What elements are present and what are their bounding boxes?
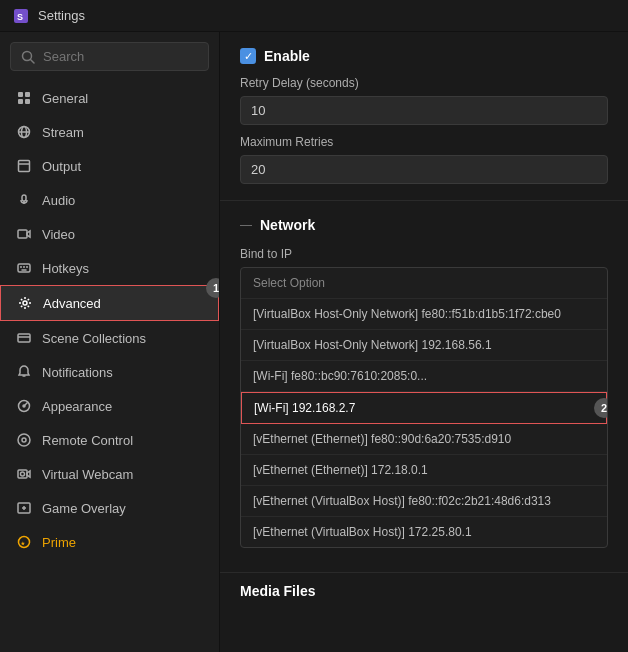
sidebar-item-label: Video [42, 227, 75, 242]
sidebar-item-label: General [42, 91, 88, 106]
dropdown-option-select[interactable]: Select Option [241, 268, 607, 299]
overlay-icon [16, 500, 32, 516]
content-area: Enable Retry Delay (seconds) Maximum Ret… [220, 32, 628, 652]
prime-icon: ⭑ [16, 534, 32, 550]
svg-rect-28 [18, 470, 27, 478]
svg-point-27 [22, 438, 26, 442]
sidebar-item-label: Hotkeys [42, 261, 89, 276]
media-files-section: Media Files [220, 572, 628, 603]
svg-point-29 [21, 472, 25, 476]
bind-ip-dropdown[interactable]: Select Option [VirtualBox Host-Only Netw… [240, 267, 608, 548]
svg-text:S: S [17, 12, 23, 22]
network-header: — Network [240, 217, 608, 233]
network-section: — Network Bind to IP Select Option [Virt… [220, 201, 628, 564]
svg-rect-4 [18, 92, 23, 97]
svg-rect-5 [25, 92, 30, 97]
svg-rect-22 [18, 334, 30, 342]
sidebar-item-stream[interactable]: Stream [0, 115, 219, 149]
max-retries-input[interactable] [240, 155, 608, 184]
sidebar-item-label: Stream [42, 125, 84, 140]
retry-delay-label: Retry Delay (seconds) [240, 76, 608, 90]
sidebar-item-game-overlay[interactable]: Game Overlay [0, 491, 219, 525]
dropdown-option-vbox-fe80[interactable]: [VirtualBox Host-Only Network] fe80::f51… [241, 299, 607, 330]
app-icon: S [12, 7, 30, 25]
sidebar-item-label: Remote Control [42, 433, 133, 448]
sidebar-item-label: Audio [42, 193, 75, 208]
titlebar-title: Settings [38, 8, 85, 23]
max-retries-label: Maximum Retries [240, 135, 608, 149]
sidebar-item-label: Game Overlay [42, 501, 126, 516]
titlebar: S Settings [0, 0, 628, 32]
appearance-icon [16, 398, 32, 414]
sidebar-item-remote-control[interactable]: Remote Control [0, 423, 219, 457]
search-input[interactable] [43, 49, 198, 64]
search-icon [21, 50, 35, 64]
globe-icon [16, 124, 32, 140]
svg-rect-6 [18, 99, 23, 104]
bell-icon [16, 364, 32, 380]
bind-ip-label: Bind to IP [240, 247, 608, 261]
dropdown-option-vethernet-vbox-172[interactable]: [vEthernet (VirtualBox Host)] 172.25.80.… [241, 517, 607, 547]
svg-text:⭑: ⭑ [20, 539, 26, 548]
svg-rect-15 [18, 230, 27, 238]
enable-row[interactable]: Enable [240, 48, 608, 64]
badge-1: 1 [206, 278, 220, 298]
webcam-icon [16, 466, 32, 482]
sidebar-item-prime[interactable]: ⭑ Prime [0, 525, 219, 559]
sidebar-item-label: Prime [42, 535, 76, 550]
sidebar-item-label: Scene Collections [42, 331, 146, 346]
sidebar-item-label: Output [42, 159, 81, 174]
dropdown-option-vbox-192[interactable]: [VirtualBox Host-Only Network] 192.168.5… [241, 330, 607, 361]
sidebar-item-scene-collections[interactable]: Scene Collections [0, 321, 219, 355]
video-icon [16, 226, 32, 242]
gear-icon [17, 295, 33, 311]
sidebar-item-label: Appearance [42, 399, 112, 414]
sidebar-item-appearance[interactable]: Appearance [0, 389, 219, 423]
svg-rect-13 [22, 195, 26, 201]
sidebar-item-notifications[interactable]: Notifications [0, 355, 219, 389]
sidebar-item-audio[interactable]: Audio [0, 183, 219, 217]
sidebar-item-label: Advanced [43, 296, 101, 311]
dropdown-option-wifi-192[interactable]: [Wi-Fi] 192.168.2.7 2 [241, 392, 607, 424]
svg-rect-11 [19, 161, 30, 172]
sidebar-item-general[interactable]: General [0, 81, 219, 115]
sidebar-item-advanced[interactable]: Advanced 1 [0, 285, 219, 321]
enable-label: Enable [264, 48, 310, 64]
box-icon [16, 158, 32, 174]
sidebar-item-video[interactable]: Video [0, 217, 219, 251]
collection-icon [16, 330, 32, 346]
collapse-icon[interactable]: — [240, 218, 252, 232]
sidebar-item-label: Virtual Webcam [42, 467, 133, 482]
svg-line-3 [31, 59, 35, 63]
sidebar-item-hotkeys[interactable]: Hotkeys [0, 251, 219, 285]
search-box[interactable] [10, 42, 209, 71]
svg-point-21 [23, 301, 27, 305]
sidebar-item-output[interactable]: Output [0, 149, 219, 183]
svg-point-26 [23, 405, 25, 407]
svg-rect-7 [25, 99, 30, 104]
retry-delay-input[interactable] [240, 96, 608, 125]
dropdown-option-wifi-fe80[interactable]: [Wi-Fi] fe80::bc90:7610:2085:0... [241, 361, 607, 392]
dropdown-option-vethernet-fe80[interactable]: [vEthernet (Ethernet)] fe80::90d:6a20:75… [241, 424, 607, 455]
remote-icon [16, 432, 32, 448]
network-title: Network [260, 217, 315, 233]
hotkeys-icon [16, 260, 32, 276]
sidebar-item-label: Notifications [42, 365, 113, 380]
reconnect-section: Enable Retry Delay (seconds) Maximum Ret… [220, 32, 628, 201]
sidebar: General Stream Output [0, 32, 220, 652]
grid-icon [16, 90, 32, 106]
sidebar-item-virtual-webcam[interactable]: Virtual Webcam [0, 457, 219, 491]
dropdown-option-vethernet-172[interactable]: [vEthernet (Ethernet)] 172.18.0.1 [241, 455, 607, 486]
badge-2: 2 [594, 398, 608, 418]
enable-checkbox[interactable] [240, 48, 256, 64]
audio-icon [16, 192, 32, 208]
dropdown-option-vethernet-vbox-fe80[interactable]: [vEthernet (VirtualBox Host)] fe80::f02c… [241, 486, 607, 517]
